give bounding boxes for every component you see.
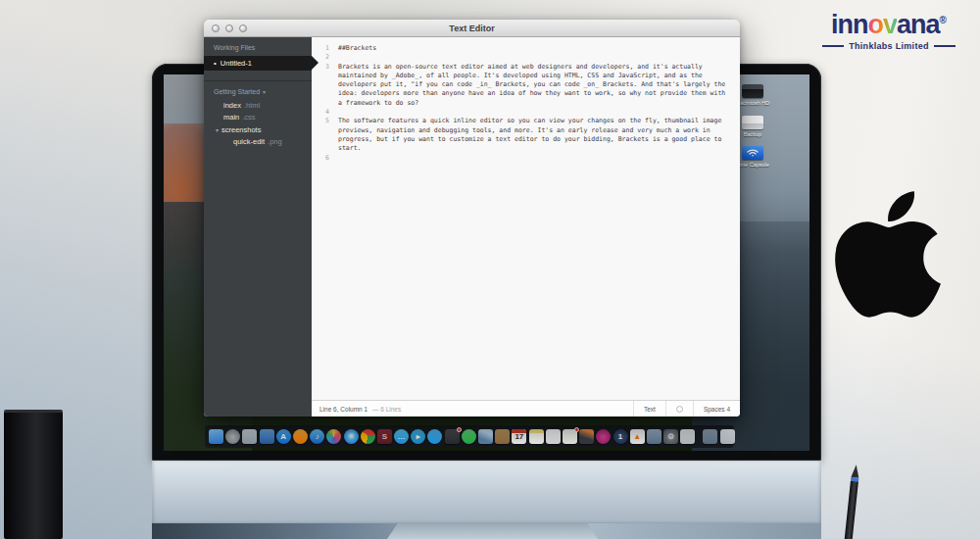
line-number: 4 <box>312 108 338 117</box>
project-name: Getting Started <box>214 88 260 95</box>
dock-app-icon[interactable] <box>225 429 240 444</box>
file-sidebar: Working Files • Untitled-1 Getting Start… <box>204 37 312 416</box>
line-text: Brackets is an open-source text editor a… <box>338 63 740 108</box>
line-text <box>338 108 740 117</box>
working-files-header: Working Files <box>204 37 312 56</box>
editor-line[interactable]: 6 <box>312 154 740 163</box>
file-extension: .css <box>242 113 255 122</box>
dock-icon-glyph: ▸ <box>416 433 420 441</box>
dock-app-icon[interactable] <box>529 429 544 444</box>
dock-app-icon[interactable]: ▸ <box>411 429 425 444</box>
editor-line[interactable]: 1 ##Brackets <box>312 44 740 53</box>
editor-line[interactable]: 5 The software features a quick inline e… <box>312 117 740 153</box>
stylus-body <box>844 481 858 539</box>
dock-app-icon[interactable]: S <box>377 429 392 444</box>
dock-app-icon[interactable]: A <box>276 429 291 444</box>
dock-app-icon[interactable] <box>680 429 695 444</box>
dock-icon-glyph: ▲ <box>633 433 641 441</box>
wifi-icon <box>747 148 759 157</box>
project-dropdown[interactable]: Getting Started ▾ <box>204 80 312 99</box>
working-file-selected[interactable]: • Untitled-1 <box>204 56 312 71</box>
window-titlebar[interactable]: Text Editor <box>204 20 740 37</box>
dock-app-icon[interactable]: ⚙ <box>663 429 678 444</box>
file-name: main <box>223 113 239 122</box>
innovana-tagline: Thinklabs Limited <box>811 41 966 51</box>
file-tree-item[interactable]: index .html <box>204 99 312 112</box>
line-text <box>338 53 740 62</box>
dock-app-icon[interactable] <box>293 429 308 444</box>
minimize-button[interactable] <box>225 24 233 32</box>
language-mode[interactable]: Text <box>633 401 665 416</box>
working-file-name: Untitled-1 <box>220 59 252 68</box>
dock-app-icon[interactable] <box>596 429 611 444</box>
unsaved-dot-icon: • <box>214 59 217 68</box>
scene: innovana® Thinklabs Limited Macintosh HD <box>0 0 980 539</box>
file-tree-item[interactable]: quick-edit .png <box>204 136 312 149</box>
innovana-logo: innovana® Thinklabs Limited <box>811 12 966 51</box>
dock-app-icon[interactable] <box>209 429 223 444</box>
drive-icon <box>742 116 763 129</box>
dock-app-icon[interactable] <box>242 429 257 444</box>
imac-chin <box>152 461 821 523</box>
colored-letters: ov <box>868 10 898 39</box>
editor-line[interactable]: 2 <box>312 53 740 62</box>
imac-stand <box>387 523 598 539</box>
file-name: screenshots <box>221 125 261 134</box>
dock-app-icon[interactable] <box>478 429 493 444</box>
dock-app-icon[interactable] <box>361 429 375 444</box>
line-text: The software features a quick inline edi… <box>338 117 740 153</box>
dock-app-icon[interactable] <box>579 429 594 444</box>
line-text <box>338 154 740 163</box>
close-button[interactable] <box>212 24 220 32</box>
dock-app-icon[interactable] <box>563 429 577 444</box>
window-controls <box>212 24 247 32</box>
file-name: quick-edit <box>233 137 265 146</box>
dock-app-icon[interactable] <box>326 429 341 444</box>
file-tree-item[interactable]: ▾ screenshots <box>204 123 312 136</box>
file-tree-item[interactable]: main .css <box>204 112 312 124</box>
dock-app-icon[interactable]: 1 <box>613 429 628 444</box>
cursor-position[interactable]: Line 6, Column 1 — 6 Lines <box>312 406 633 413</box>
editor-line[interactable]: 4 <box>312 108 740 117</box>
dock-app-icon[interactable]: ♪ <box>310 429 324 444</box>
dock-icon-glyph: S <box>382 433 387 441</box>
tagline-rule-right <box>934 45 956 47</box>
tagline-rule-left <box>822 45 844 47</box>
line-number: 1 <box>312 44 338 53</box>
dock-app-icon[interactable] <box>703 429 717 444</box>
dock-app-icon[interactable] <box>427 429 442 444</box>
statusbar: Line 6, Column 1 — 6 Lines Text Spaces 4 <box>312 400 740 416</box>
drive-icon <box>742 84 763 98</box>
dock-icon-glyph: ♪ <box>316 433 319 441</box>
lint-status[interactable] <box>665 401 693 416</box>
window-title: Text Editor <box>449 24 494 33</box>
file-extension: .png <box>268 137 282 146</box>
dock-app-icon[interactable]: ▲ <box>630 429 645 444</box>
zoom-button[interactable] <box>239 24 247 32</box>
drive-icon <box>742 146 763 160</box>
dock-app-icon[interactable] <box>647 429 662 444</box>
dock-app-icon[interactable] <box>546 429 561 444</box>
line-text: ##Brackets <box>338 44 740 53</box>
stylus-tip <box>851 465 859 478</box>
black-speaker-tower <box>4 410 63 539</box>
editor-line[interactable]: 3 Brackets is an open-source text editor… <box>312 63 740 108</box>
dock-app-icon[interactable] <box>260 429 274 444</box>
dock-icon-glyph: 17 <box>514 433 523 441</box>
dock-app-icon[interactable] <box>720 429 735 444</box>
dock-icon-glyph: … <box>398 433 406 441</box>
dock-app-icon[interactable]: 17 <box>512 429 526 444</box>
code-editor[interactable]: 1 ##Brackets 2 3 Brackets is an open-sou… <box>312 37 740 400</box>
folder-caret-icon: ▾ <box>216 126 219 133</box>
dock-icon-glyph: A <box>280 433 286 441</box>
dock-app-icon[interactable] <box>495 429 510 444</box>
stylus-pen <box>842 465 860 539</box>
dock-app-icon[interactable] <box>462 429 476 444</box>
dock-app-icon[interactable] <box>445 429 460 444</box>
file-tree: index .html main .css ▾ screenshots quic… <box>204 99 312 148</box>
indent-setting[interactable]: Spaces 4 <box>693 401 740 416</box>
dock-icon-glyph: ⚙ <box>667 433 674 441</box>
dock-app-icon[interactable] <box>344 429 359 444</box>
editor-pane: 1 ##Brackets 2 3 Brackets is an open-sou… <box>312 37 740 416</box>
dock-app-icon[interactable]: … <box>394 429 409 444</box>
